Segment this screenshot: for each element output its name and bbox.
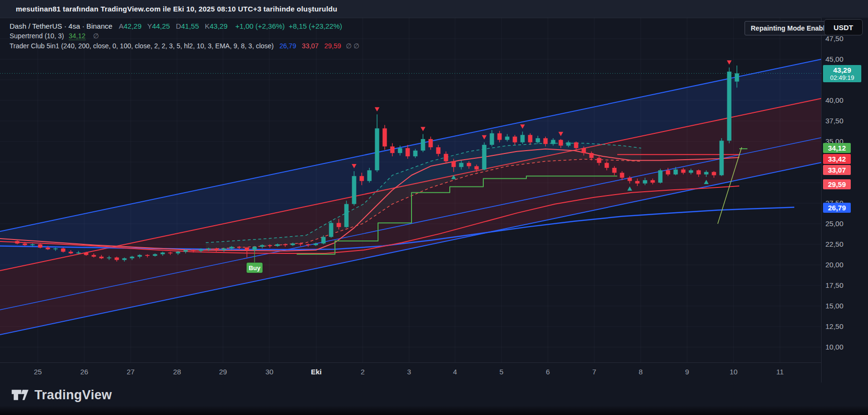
candle bbox=[130, 257, 134, 258]
chart-plot-area[interactable]: Buy bbox=[0, 18, 821, 362]
candle bbox=[727, 72, 732, 141]
time-axis-label: 7 bbox=[585, 368, 604, 376]
candle bbox=[498, 133, 502, 140]
candle bbox=[115, 258, 119, 260]
candle bbox=[398, 148, 402, 153]
candle bbox=[31, 244, 35, 245]
candle bbox=[444, 154, 448, 161]
candle bbox=[15, 241, 20, 243]
candle bbox=[704, 172, 709, 175]
candle bbox=[314, 243, 318, 245]
candle bbox=[390, 146, 395, 153]
indicator-price-badge: 33,07 bbox=[823, 165, 851, 175]
candle bbox=[467, 163, 471, 166]
tradingview-logo-icon bbox=[11, 387, 30, 403]
trader-club-label[interactable]: Trader Club 5in1 (240, 200, close, 0, 10… bbox=[10, 42, 274, 50]
candle bbox=[689, 170, 693, 173]
candle bbox=[452, 161, 456, 167]
candle bbox=[582, 148, 586, 153]
candle bbox=[651, 180, 655, 183]
candle bbox=[567, 142, 571, 146]
ohlc-close: K43,29 bbox=[205, 22, 228, 30]
candle bbox=[574, 142, 579, 148]
candlestick-chart[interactable]: Buy bbox=[0, 18, 821, 362]
candle bbox=[697, 170, 701, 175]
candle bbox=[352, 176, 356, 204]
candle bbox=[38, 244, 43, 248]
candle bbox=[245, 248, 249, 250]
candle bbox=[597, 158, 601, 163]
candle bbox=[54, 249, 58, 250]
candle bbox=[46, 248, 50, 249]
footer-bar: TradingView bbox=[0, 382, 868, 406]
candle bbox=[306, 244, 311, 245]
price-axis[interactable]: 47,5045,0040,0037,5035,0030,0027,5025,00… bbox=[821, 18, 868, 382]
supertrend-value: 34,12 bbox=[69, 32, 86, 40]
symbol-row: Dash / TetherUS · 4sa · Binance A42,29 Y… bbox=[10, 21, 359, 31]
supertrend-label[interactable]: Supertrend (10, 3) bbox=[10, 32, 64, 40]
time-axis-label: 2 bbox=[353, 368, 372, 376]
time-axis-label: 4 bbox=[445, 368, 465, 376]
attribution-text: mesutinan81 tarafından TradingView.com i… bbox=[16, 5, 337, 13]
time-axis-label: 11 bbox=[770, 368, 790, 376]
candle bbox=[207, 249, 211, 250]
time-axis-label: 8 bbox=[631, 368, 650, 376]
period-change-value: +8,15 (+23,22%) bbox=[289, 22, 342, 30]
tradingview-logo[interactable]: TradingView bbox=[11, 387, 112, 403]
price-axis-label: 20,00 bbox=[825, 261, 844, 269]
candle bbox=[329, 223, 334, 237]
candle bbox=[214, 249, 219, 250]
candle bbox=[138, 255, 142, 256]
attribution-bar: mesutinan81 tarafından TradingView.com i… bbox=[0, 0, 868, 18]
candle bbox=[406, 148, 410, 156]
candle bbox=[666, 170, 670, 175]
chart-legend: Dash / TetherUS · 4sa · Binance A42,29 Y… bbox=[10, 21, 359, 51]
sell-marker-icon bbox=[727, 60, 732, 65]
candle bbox=[253, 247, 257, 250]
tradingview-chart-page: mesutinan81 tarafından TradingView.com i… bbox=[0, 0, 868, 415]
candle bbox=[77, 252, 81, 253]
time-axis-label: 3 bbox=[400, 368, 419, 376]
trader-club-row: Trader Club 5in1 (240, 200, close, 0, 10… bbox=[10, 41, 359, 51]
time-axis-label: 27 bbox=[121, 368, 140, 376]
candle bbox=[107, 258, 111, 259]
candle bbox=[612, 168, 617, 173]
candle bbox=[421, 139, 425, 151]
time-axis-label: 30 bbox=[260, 368, 279, 376]
candle bbox=[674, 169, 678, 174]
time-axis[interactable]: 252627282930Eki234567891011 bbox=[0, 362, 821, 383]
candle bbox=[605, 163, 609, 168]
candle bbox=[658, 170, 663, 183]
candle bbox=[153, 254, 157, 256]
candle bbox=[360, 176, 364, 181]
candle bbox=[92, 255, 96, 256]
indicator-price-badge: 33,42 bbox=[823, 154, 851, 164]
candle bbox=[322, 237, 326, 244]
candle bbox=[559, 140, 563, 146]
candle bbox=[345, 204, 349, 227]
ohlc-high: Y44,25 bbox=[147, 22, 170, 30]
current-price-badge: 43,2902:49:19 bbox=[823, 65, 861, 82]
candle bbox=[84, 252, 89, 255]
candle bbox=[635, 181, 640, 184]
candle bbox=[720, 141, 724, 175]
candle bbox=[375, 128, 379, 170]
candle bbox=[590, 153, 594, 158]
candle bbox=[176, 251, 180, 253]
candle bbox=[490, 133, 494, 145]
time-axis-label: 10 bbox=[724, 368, 743, 376]
price-axis-label: 37,50 bbox=[825, 117, 844, 125]
candle bbox=[222, 249, 226, 250]
candle bbox=[299, 243, 303, 244]
candle bbox=[61, 249, 66, 252]
candle bbox=[505, 137, 510, 140]
sell-marker-icon bbox=[375, 107, 379, 111]
supertrend-empty-value: ∅ bbox=[93, 32, 99, 40]
candle bbox=[23, 243, 27, 245]
symbol-title[interactable]: Dash / TetherUS · 4sa · Binance bbox=[10, 22, 112, 30]
candle bbox=[429, 139, 433, 147]
currency-toggle-button[interactable]: USDT bbox=[824, 19, 863, 35]
time-axis-label: 25 bbox=[28, 368, 47, 376]
candle bbox=[337, 223, 341, 227]
candle bbox=[191, 250, 196, 251]
